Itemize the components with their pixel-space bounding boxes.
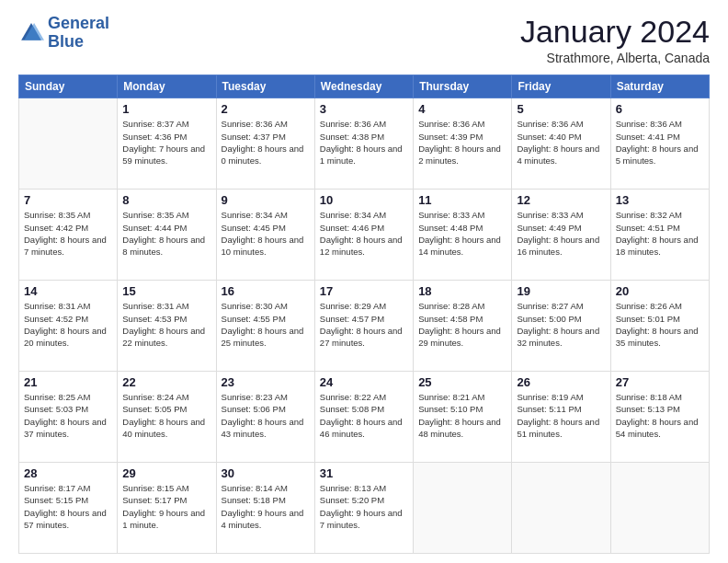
header: General Blue January 2024 Strathmore, Al…: [18, 15, 710, 65]
day-detail: Sunrise: 8:26 AM Sunset: 5:01 PM Dayligh…: [616, 300, 704, 349]
calendar-cell: 2Sunrise: 8:36 AM Sunset: 4:37 PM Daylig…: [216, 98, 314, 190]
calendar-cell: 3Sunrise: 8:36 AM Sunset: 4:38 PM Daylig…: [314, 98, 413, 190]
day-number: 29: [122, 466, 210, 480]
day-detail: Sunrise: 8:33 AM Sunset: 4:48 PM Dayligh…: [418, 209, 506, 258]
weekday-header-sunday: Sunday: [19, 75, 118, 98]
week-row-1: 7Sunrise: 8:35 AM Sunset: 4:42 PM Daylig…: [19, 190, 710, 281]
day-detail: Sunrise: 8:24 AM Sunset: 5:05 PM Dayligh…: [122, 391, 210, 440]
calendar-table: SundayMondayTuesdayWednesdayThursdayFrid…: [18, 75, 710, 554]
calendar-cell: 13Sunrise: 8:32 AM Sunset: 4:51 PM Dayli…: [610, 190, 709, 281]
day-number: 12: [517, 193, 605, 207]
day-detail: Sunrise: 8:36 AM Sunset: 4:37 PM Dayligh…: [222, 118, 310, 167]
calendar-cell: 21Sunrise: 8:25 AM Sunset: 5:03 PM Dayli…: [19, 372, 118, 463]
calendar-cell: 25Sunrise: 8:21 AM Sunset: 5:10 PM Dayli…: [414, 372, 512, 463]
day-detail: Sunrise: 8:21 AM Sunset: 5:10 PM Dayligh…: [418, 391, 506, 440]
day-number: 6: [616, 102, 704, 116]
calendar-cell: 7Sunrise: 8:35 AM Sunset: 4:42 PM Daylig…: [19, 190, 118, 281]
day-detail: Sunrise: 8:36 AM Sunset: 4:40 PM Dayligh…: [517, 118, 605, 167]
day-number: 26: [517, 375, 605, 389]
calendar-cell: 19Sunrise: 8:27 AM Sunset: 5:00 PM Dayli…: [512, 281, 610, 372]
day-number: 8: [122, 193, 210, 207]
day-number: 31: [320, 466, 408, 480]
calendar-cell: 9Sunrise: 8:34 AM Sunset: 4:45 PM Daylig…: [216, 190, 314, 281]
calendar-cell: 1Sunrise: 8:37 AM Sunset: 4:36 PM Daylig…: [118, 98, 216, 190]
calendar-cell: 5Sunrise: 8:36 AM Sunset: 4:40 PM Daylig…: [512, 98, 610, 190]
calendar-cell: 31Sunrise: 8:13 AM Sunset: 5:20 PM Dayli…: [314, 463, 413, 554]
week-row-2: 14Sunrise: 8:31 AM Sunset: 4:52 PM Dayli…: [19, 281, 710, 372]
weekday-header-thursday: Thursday: [414, 75, 512, 98]
day-detail: Sunrise: 8:17 AM Sunset: 5:15 PM Dayligh…: [24, 482, 112, 531]
day-detail: Sunrise: 8:35 AM Sunset: 4:42 PM Dayligh…: [24, 209, 112, 258]
day-number: 11: [418, 193, 506, 207]
day-detail: Sunrise: 8:32 AM Sunset: 4:51 PM Dayligh…: [616, 209, 704, 258]
calendar-cell: 16Sunrise: 8:30 AM Sunset: 4:55 PM Dayli…: [216, 281, 314, 372]
month-title: January 2024: [520, 15, 710, 49]
calendar-cell: 20Sunrise: 8:26 AM Sunset: 5:01 PM Dayli…: [610, 281, 709, 372]
calendar-cell: 8Sunrise: 8:35 AM Sunset: 4:44 PM Daylig…: [118, 190, 216, 281]
day-number: 27: [616, 375, 704, 389]
day-detail: Sunrise: 8:37 AM Sunset: 4:36 PM Dayligh…: [122, 118, 210, 167]
day-number: 7: [24, 193, 112, 207]
day-number: 30: [222, 466, 310, 480]
day-number: 10: [320, 193, 408, 207]
weekday-header-wednesday: Wednesday: [314, 75, 413, 98]
day-detail: Sunrise: 8:33 AM Sunset: 4:49 PM Dayligh…: [517, 209, 605, 258]
day-detail: Sunrise: 8:22 AM Sunset: 5:08 PM Dayligh…: [320, 391, 408, 440]
day-detail: Sunrise: 8:34 AM Sunset: 4:46 PM Dayligh…: [320, 209, 408, 258]
day-number: 23: [222, 375, 310, 389]
day-number: 5: [517, 102, 605, 116]
day-detail: Sunrise: 8:36 AM Sunset: 4:38 PM Dayligh…: [320, 118, 408, 167]
calendar-cell: 11Sunrise: 8:33 AM Sunset: 4:48 PM Dayli…: [414, 190, 512, 281]
day-number: 20: [616, 284, 704, 298]
day-number: 3: [320, 102, 408, 116]
calendar-cell: 12Sunrise: 8:33 AM Sunset: 4:49 PM Dayli…: [512, 190, 610, 281]
day-number: 21: [24, 375, 112, 389]
logo: General Blue: [18, 15, 109, 52]
calendar-cell: 14Sunrise: 8:31 AM Sunset: 4:52 PM Dayli…: [19, 281, 118, 372]
day-number: 1: [122, 102, 210, 116]
title-block: January 2024 Strathmore, Alberta, Canada: [520, 15, 710, 65]
day-number: 19: [517, 284, 605, 298]
calendar-cell: 18Sunrise: 8:28 AM Sunset: 4:58 PM Dayli…: [414, 281, 512, 372]
weekday-header-friday: Friday: [512, 75, 610, 98]
calendar-cell: 26Sunrise: 8:19 AM Sunset: 5:11 PM Dayli…: [512, 372, 610, 463]
calendar-cell: 17Sunrise: 8:29 AM Sunset: 4:57 PM Dayli…: [314, 281, 413, 372]
day-number: 4: [418, 102, 506, 116]
calendar-cell: 27Sunrise: 8:18 AM Sunset: 5:13 PM Dayli…: [610, 372, 709, 463]
calendar-cell: 30Sunrise: 8:14 AM Sunset: 5:18 PM Dayli…: [216, 463, 314, 554]
day-detail: Sunrise: 8:14 AM Sunset: 5:18 PM Dayligh…: [222, 482, 310, 531]
calendar-cell: 4Sunrise: 8:36 AM Sunset: 4:39 PM Daylig…: [414, 98, 512, 190]
day-number: 28: [24, 466, 112, 480]
calendar-cell: [512, 463, 610, 554]
day-detail: Sunrise: 8:34 AM Sunset: 4:45 PM Dayligh…: [222, 209, 310, 258]
day-detail: Sunrise: 8:19 AM Sunset: 5:11 PM Dayligh…: [517, 391, 605, 440]
weekday-header-tuesday: Tuesday: [216, 75, 314, 98]
calendar-cell: 15Sunrise: 8:31 AM Sunset: 4:53 PM Dayli…: [118, 281, 216, 372]
calendar-cell: [610, 463, 709, 554]
calendar-cell: 6Sunrise: 8:36 AM Sunset: 4:41 PM Daylig…: [610, 98, 709, 190]
weekday-header-saturday: Saturday: [610, 75, 709, 98]
day-number: 13: [616, 193, 704, 207]
day-number: 16: [222, 284, 310, 298]
day-number: 9: [222, 193, 310, 207]
logo-icon: [18, 20, 44, 46]
week-row-4: 28Sunrise: 8:17 AM Sunset: 5:15 PM Dayli…: [19, 463, 710, 554]
week-row-0: 1Sunrise: 8:37 AM Sunset: 4:36 PM Daylig…: [19, 98, 710, 190]
day-detail: Sunrise: 8:36 AM Sunset: 4:39 PM Dayligh…: [418, 118, 506, 167]
calendar-cell: 28Sunrise: 8:17 AM Sunset: 5:15 PM Dayli…: [19, 463, 118, 554]
logo-text: General Blue: [48, 15, 109, 52]
day-detail: Sunrise: 8:30 AM Sunset: 4:55 PM Dayligh…: [222, 300, 310, 349]
day-detail: Sunrise: 8:36 AM Sunset: 4:41 PM Dayligh…: [616, 118, 704, 167]
day-number: 2: [222, 102, 310, 116]
day-number: 18: [418, 284, 506, 298]
day-detail: Sunrise: 8:18 AM Sunset: 5:13 PM Dayligh…: [616, 391, 704, 440]
location: Strathmore, Alberta, Canada: [520, 51, 710, 65]
calendar-cell: 23Sunrise: 8:23 AM Sunset: 5:06 PM Dayli…: [216, 372, 314, 463]
weekday-header-monday: Monday: [118, 75, 216, 98]
day-number: 15: [122, 284, 210, 298]
calendar-cell: [19, 98, 118, 190]
calendar-cell: 10Sunrise: 8:34 AM Sunset: 4:46 PM Dayli…: [314, 190, 413, 281]
day-detail: Sunrise: 8:28 AM Sunset: 4:58 PM Dayligh…: [418, 300, 506, 349]
day-detail: Sunrise: 8:35 AM Sunset: 4:44 PM Dayligh…: [122, 209, 210, 258]
day-detail: Sunrise: 8:25 AM Sunset: 5:03 PM Dayligh…: [24, 391, 112, 440]
